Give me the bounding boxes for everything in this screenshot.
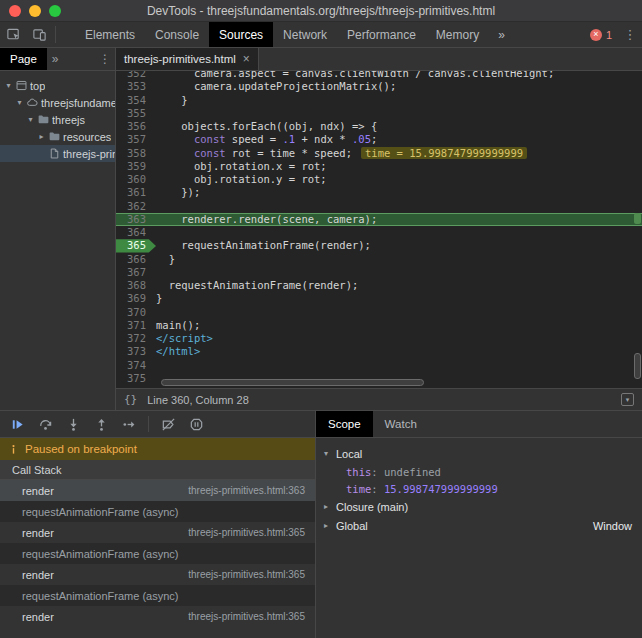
line-number[interactable]: 353: [116, 80, 156, 93]
tab-elements[interactable]: Elements: [75, 22, 145, 47]
tab-page[interactable]: Page: [0, 48, 47, 70]
navigator-kebab-menu-icon[interactable]: ⋮: [95, 48, 115, 70]
resume-button[interactable]: [8, 415, 26, 433]
line-number[interactable]: 372: [116, 332, 156, 345]
inspect-element-icon[interactable]: [0, 22, 26, 47]
chevron-right-icon[interactable]: ▸: [324, 521, 336, 530]
code-line-359[interactable]: 359 obj.rotation.x = rot;: [116, 160, 642, 173]
code-line-363[interactable]: 363 renderer.render(scene, camera);: [116, 213, 642, 226]
code-line-370[interactable]: 370: [116, 306, 642, 319]
line-number[interactable]: 369: [116, 292, 156, 305]
code-line-353[interactable]: 353 camera.updateProjectionMatrix();: [116, 80, 642, 93]
more-tabs-icon[interactable]: »: [489, 22, 514, 47]
code-area[interactable]: 352 camera.aspect = canvas.clientWidth /…: [116, 71, 642, 388]
code-line-358[interactable]: 358 const rot = time * speed;time = 15.9…: [116, 147, 642, 160]
line-number[interactable]: 375: [116, 372, 156, 385]
code-line-362[interactable]: 362: [116, 200, 642, 213]
code-line-372[interactable]: 372</script>: [116, 332, 642, 345]
step-into-button[interactable]: [64, 415, 82, 433]
code-line-369[interactable]: 369}: [116, 292, 642, 305]
vertical-scrollbar-thumb[interactable]: [634, 353, 641, 379]
call-stack-frame[interactable]: renderthreejs-primitives.html:363: [0, 480, 315, 501]
minimize-window-button[interactable]: [29, 5, 41, 17]
pause-on-exceptions-button[interactable]: [187, 415, 205, 433]
code-line-374[interactable]: 374: [116, 359, 642, 372]
close-icon[interactable]: ×: [243, 52, 250, 66]
code-line-368[interactable]: 368 requestAnimationFrame(render);: [116, 279, 642, 292]
step-over-button[interactable]: [36, 415, 54, 433]
call-stack-frame[interactable]: renderthreejs-primitives.html:365: [0, 606, 315, 627]
line-number[interactable]: 359: [116, 160, 156, 173]
step-out-button[interactable]: [92, 415, 110, 433]
code-line-364[interactable]: 364: [116, 226, 642, 239]
line-number[interactable]: 362: [116, 200, 156, 213]
call-stack-frame[interactable]: renderthreejs-primitives.html:365: [0, 564, 315, 585]
line-number[interactable]: 355: [116, 107, 156, 120]
tab-watch[interactable]: Watch: [373, 411, 429, 437]
code-line-365[interactable]: 365 requestAnimationFrame(render);: [116, 239, 642, 252]
scope-section-global[interactable]: ▸GlobalWindow: [316, 516, 642, 535]
scope-section-closure-main-[interactable]: ▸Closure (main): [316, 497, 642, 516]
code-line-371[interactable]: 371main();: [116, 319, 642, 332]
code-line-354[interactable]: 354 }: [116, 94, 642, 107]
tab-sources[interactable]: Sources: [209, 22, 273, 47]
call-stack-frame[interactable]: renderthreejs-primitives.html:365: [0, 522, 315, 543]
file-tab[interactable]: threejs-primitives.html ×: [116, 48, 259, 70]
deactivate-breakpoints-button[interactable]: [159, 415, 177, 433]
line-number[interactable]: 366: [116, 253, 156, 266]
line-number[interactable]: 367: [116, 266, 156, 279]
chevron-right-icon[interactable]: ▸: [324, 502, 336, 511]
line-number[interactable]: 352: [116, 71, 156, 80]
kebab-menu-icon[interactable]: ⋮: [618, 22, 642, 47]
line-number[interactable]: 356: [116, 120, 156, 133]
line-number[interactable]: 354: [116, 94, 156, 107]
tab-performance[interactable]: Performance: [337, 22, 426, 47]
chevron-down-icon[interactable]: ▾: [26, 115, 35, 124]
code-line-357[interactable]: 357 const speed = .1 + ndx * .05;: [116, 133, 642, 146]
code-line-366[interactable]: 366 }: [116, 253, 642, 266]
line-number[interactable]: 361: [116, 186, 156, 199]
chevron-down-icon[interactable]: ▾: [4, 81, 13, 90]
close-window-button[interactable]: [9, 5, 21, 17]
line-number[interactable]: 371: [116, 319, 156, 332]
tree-item-top[interactable]: ▾top: [0, 77, 115, 94]
tree-item-resources[interactable]: ▸resources: [0, 128, 115, 145]
code-line-355[interactable]: 355: [116, 107, 642, 120]
line-number[interactable]: 368: [116, 279, 156, 292]
code-line-356[interactable]: 356 objects.forEach((obj, ndx) => {: [116, 120, 642, 133]
tab-network[interactable]: Network: [273, 22, 337, 47]
code-line-367[interactable]: 367: [116, 266, 642, 279]
scope-variable-this[interactable]: this: undefined: [316, 463, 642, 480]
horizontal-scrollbar-thumb[interactable]: [161, 379, 424, 386]
tab-console[interactable]: Console: [145, 22, 209, 47]
line-number[interactable]: 358: [116, 147, 156, 160]
maximize-window-button[interactable]: [49, 5, 61, 17]
breakpoint-marker[interactable]: 365: [116, 239, 156, 252]
line-number[interactable]: 357: [116, 133, 156, 146]
line-number[interactable]: 373: [116, 345, 156, 358]
code-line-361[interactable]: 361 });: [116, 186, 642, 199]
code-line-373[interactable]: 373</html>: [116, 345, 642, 358]
pretty-print-button[interactable]: {}: [124, 393, 137, 406]
line-number[interactable]: 370: [116, 306, 156, 319]
code-line-352[interactable]: 352 camera.aspect = canvas.clientWidth /…: [116, 71, 642, 80]
error-badge[interactable]: × 1: [584, 22, 618, 47]
chevron-down-icon[interactable]: ▾: [324, 449, 336, 458]
tree-item-threejs[interactable]: ▾threejs: [0, 111, 115, 128]
panel-toggle-icon[interactable]: ▾: [621, 393, 634, 406]
tab-scope[interactable]: Scope: [316, 411, 373, 437]
line-number[interactable]: 363: [116, 213, 156, 226]
chevron-down-icon[interactable]: ▾: [15, 98, 24, 107]
scope-section-local[interactable]: ▾Local: [316, 444, 642, 463]
tree-item-threejsfundamentals-org[interactable]: ▾threejsfundamentals.org: [0, 94, 115, 111]
code-line-360[interactable]: 360 obj.rotation.y = rot;: [116, 173, 642, 186]
chevron-right-icon[interactable]: ▸: [37, 132, 46, 141]
scope-variable-time[interactable]: time: 15.998747999999999: [316, 480, 642, 497]
navigator-more-tabs-icon[interactable]: »: [47, 48, 64, 70]
tree-item-threejs-primitives-html[interactable]: threejs-primitives.html: [0, 145, 115, 162]
step-button[interactable]: [120, 415, 138, 433]
line-number[interactable]: 360: [116, 173, 156, 186]
line-number[interactable]: 364: [116, 226, 156, 239]
tab-memory[interactable]: Memory: [426, 22, 489, 47]
line-number[interactable]: 374: [116, 359, 156, 372]
